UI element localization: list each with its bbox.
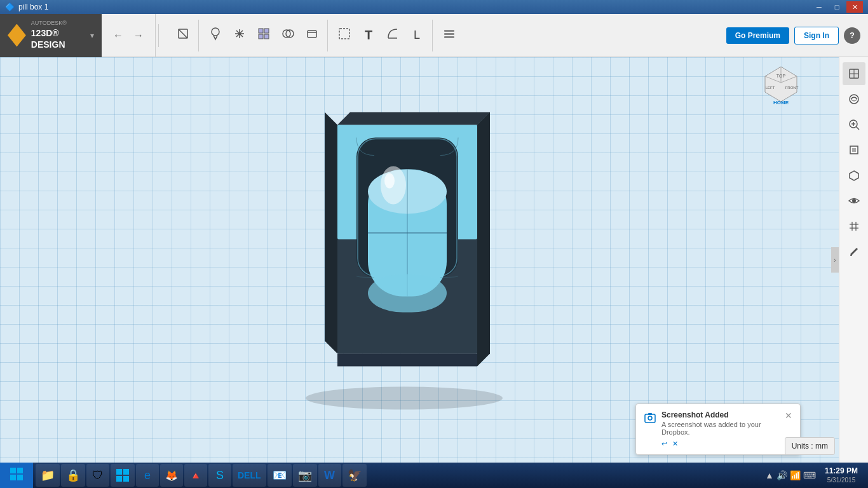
3d-model — [287, 87, 528, 420]
transform-tool-button[interactable] — [204, 23, 227, 48]
svg-rect-12 — [444, 30, 454, 32]
app-name-label: 123D® DESIGN — [31, 27, 83, 50]
text-tool-button[interactable]: T — [357, 23, 380, 48]
right-panel-perspective-button[interactable] — [843, 164, 865, 187]
taskbar-item-dell[interactable]: DELL — [233, 464, 266, 487]
svg-point-43 — [648, 416, 652, 420]
svg-marker-55 — [850, 171, 858, 180]
taskbar-item-skype[interactable]: S — [208, 464, 231, 487]
svg-rect-14 — [444, 36, 454, 38]
taskbar-item-camera[interactable]: 📷 — [293, 464, 317, 487]
svg-rect-9 — [308, 30, 316, 37]
tool-group-layers — [434, 20, 465, 51]
maximize-button[interactable]: □ — [829, 1, 845, 13]
taskbar-items: 📁 🔒 🛡 e 🦊 🔺 S DELL 📧 📷 — [33, 464, 760, 487]
start-button[interactable] — [0, 463, 33, 488]
svg-rect-4 — [264, 29, 269, 33]
sign-in-button[interactable]: Sign In — [794, 27, 839, 44]
tool-group-text: T L — [329, 20, 433, 51]
taskbar-item-lock[interactable]: 🔒 — [61, 464, 85, 487]
help-button[interactable]: ? — [844, 27, 860, 44]
measure-icon — [386, 27, 400, 44]
window-title: pill box 1 — [18, 3, 48, 11]
svg-rect-63 — [17, 468, 23, 473]
logo-text: AUTODESK® 123D® DESIGN — [31, 20, 83, 50]
taskbar-item-autodesk[interactable]: 🔺 — [184, 464, 207, 487]
main-area: TOP LEFT FRONT HOME — [0, 57, 868, 463]
layers-icon — [442, 27, 456, 44]
toast-undo-button[interactable]: ↩ — [661, 440, 667, 448]
group-tool-button[interactable] — [333, 23, 356, 48]
toast-actions: ↩ ✕ — [661, 440, 780, 448]
snap-tool-button[interactable]: L — [405, 23, 428, 48]
right-panel-orbit-button[interactable] — [843, 88, 865, 111]
forward-button[interactable]: → — [130, 27, 147, 44]
system-clock[interactable]: 11:29 PM 5/31/2015 — [820, 466, 863, 485]
svg-rect-38 — [368, 274, 447, 313]
right-panel-visibility-button[interactable] — [843, 189, 865, 212]
measure-tool-button[interactable] — [381, 23, 404, 48]
back-button[interactable]: ← — [109, 27, 127, 44]
clock-time: 11:29 PM — [825, 466, 858, 477]
svg-rect-62 — [10, 468, 16, 473]
view-cube[interactable]: TOP LEFT FRONT HOME — [759, 64, 803, 108]
toast-close-button[interactable]: ✕ — [785, 410, 792, 421]
layers-button[interactable] — [438, 23, 461, 48]
tray-volume-icon[interactable]: 🔊 — [776, 470, 787, 480]
title-bar: 🔷 pill box 1 ─ □ ✕ — [0, 0, 868, 14]
taskbar-item-firefox[interactable]: 🦊 — [160, 464, 183, 487]
taskbar-item-eagle[interactable]: 🦅 — [342, 464, 367, 487]
units-badge[interactable]: Units : mm — [785, 437, 835, 455]
tray-up-arrow[interactable]: ▲ — [765, 470, 774, 480]
right-panel-zoom-button[interactable] — [843, 113, 865, 136]
group-icon — [337, 27, 351, 44]
app-header: AUTODESK® 123D® DESIGN ▾ ← → — [0, 14, 868, 57]
svg-rect-3 — [259, 29, 263, 33]
window-controls: ─ □ ✕ — [811, 1, 863, 13]
modify-icon — [233, 27, 247, 44]
minimize-button[interactable]: ─ — [811, 1, 827, 13]
logo-area: AUTODESK® 123D® DESIGN ▾ — [0, 14, 102, 57]
right-panel-snap-button[interactable] — [843, 62, 865, 85]
pattern-icon — [257, 27, 271, 44]
logo-dropdown-arrow[interactable]: ▾ — [90, 31, 94, 40]
viewport-edge-arrow[interactable]: › — [831, 247, 839, 273]
taskbar-item-ie[interactable]: e — [136, 464, 159, 487]
svg-point-2 — [212, 28, 219, 36]
combine-tool-button[interactable] — [276, 23, 299, 48]
sketch-icon — [176, 27, 190, 44]
taskbar-item-outlook[interactable]: 📧 — [268, 464, 292, 487]
right-panel-grid-button[interactable] — [843, 215, 865, 238]
svg-rect-65 — [17, 475, 23, 480]
pattern-tool-button[interactable] — [252, 23, 275, 48]
close-button[interactable]: ✕ — [846, 1, 863, 13]
taskbar-item-explorer[interactable]: 📁 — [36, 464, 60, 487]
svg-rect-67 — [123, 469, 129, 475]
tray-keyboard-icon[interactable]: ⌨ — [803, 470, 816, 480]
go-premium-button[interactable]: Go Premium — [726, 27, 789, 44]
toast-dismiss-button[interactable]: ✕ — [672, 440, 678, 448]
autodesk-logo-icon — [8, 24, 26, 47]
svg-text:TOP: TOP — [776, 74, 786, 78]
svg-marker-25 — [325, 112, 337, 354]
svg-rect-44 — [648, 413, 652, 415]
toast-screenshot-icon — [644, 412, 656, 428]
svg-rect-5 — [259, 34, 263, 39]
tray-network-icon[interactable]: 📶 — [790, 470, 801, 480]
sketch-tool-button[interactable] — [172, 23, 194, 48]
right-panel-edit-button[interactable] — [843, 240, 865, 263]
svg-text:HOME: HOME — [773, 100, 789, 105]
toast-message: A screenshot was added to your Dropbox. — [661, 421, 780, 436]
text-icon: T — [365, 28, 372, 43]
taskbar-item-word[interactable]: W — [318, 464, 341, 487]
taskbar-item-security[interactable]: 🛡 — [86, 464, 109, 487]
modify-tool-button[interactable] — [228, 23, 251, 48]
taskbar-item-metro[interactable] — [111, 464, 135, 487]
toast-content: Screenshot Added A screenshot was added … — [661, 410, 780, 448]
svg-rect-42 — [645, 414, 655, 423]
svg-marker-40 — [477, 112, 490, 367]
viewport-3d[interactable]: TOP LEFT FRONT HOME — [0, 57, 839, 463]
shell-tool-button[interactable] — [301, 23, 323, 48]
right-panel-fit-button[interactable] — [843, 139, 865, 161]
svg-rect-66 — [116, 469, 122, 475]
